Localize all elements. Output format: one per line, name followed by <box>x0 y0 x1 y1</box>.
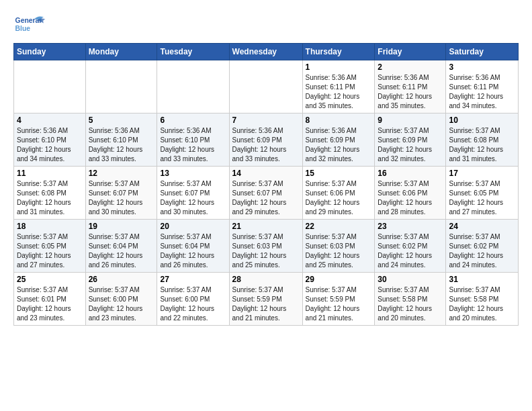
calendar-week-row: 18Sunrise: 5:37 AM Sunset: 6:05 PM Dayli… <box>14 220 519 273</box>
day-info: Sunrise: 5:37 AM Sunset: 6:04 PM Dayligh… <box>89 232 154 270</box>
day-number: 7 <box>232 116 300 125</box>
day-number: 24 <box>449 222 515 231</box>
calendar-cell: 18Sunrise: 5:37 AM Sunset: 6:05 PM Dayli… <box>14 220 86 273</box>
page-header: General Blue <box>13 11 519 38</box>
day-number: 8 <box>306 116 372 125</box>
day-number: 12 <box>89 169 154 178</box>
calendar-cell: 29Sunrise: 5:37 AM Sunset: 5:59 PM Dayli… <box>302 273 375 326</box>
day-number: 17 <box>449 169 515 178</box>
day-info: Sunrise: 5:37 AM Sunset: 6:08 PM Dayligh… <box>17 179 83 217</box>
day-info: Sunrise: 5:36 AM Sunset: 6:10 PM Dayligh… <box>160 126 226 164</box>
calendar-cell: 22Sunrise: 5:37 AM Sunset: 6:03 PM Dayli… <box>302 220 375 273</box>
day-of-week-header: Saturday <box>446 44 519 60</box>
day-of-week-header: Sunday <box>14 44 86 60</box>
day-info: Sunrise: 5:36 AM Sunset: 6:10 PM Dayligh… <box>89 126 154 164</box>
day-info: Sunrise: 5:37 AM Sunset: 6:08 PM Dayligh… <box>449 126 515 164</box>
day-number: 3 <box>449 62 515 72</box>
day-info: Sunrise: 5:37 AM Sunset: 6:07 PM Dayligh… <box>89 179 154 217</box>
day-of-week-header: Friday <box>375 44 446 60</box>
day-info: Sunrise: 5:37 AM Sunset: 6:09 PM Dayligh… <box>378 126 443 164</box>
day-info: Sunrise: 5:37 AM Sunset: 6:02 PM Dayligh… <box>449 232 515 270</box>
calendar-week-row: 25Sunrise: 5:37 AM Sunset: 6:01 PM Dayli… <box>14 273 519 326</box>
calendar-cell <box>157 60 229 113</box>
day-number: 30 <box>378 275 443 284</box>
day-number: 9 <box>378 116 443 125</box>
calendar-cell <box>229 60 302 113</box>
day-number: 10 <box>449 116 515 125</box>
day-number: 19 <box>89 222 154 231</box>
day-number: 14 <box>232 169 300 178</box>
day-info: Sunrise: 5:36 AM Sunset: 6:09 PM Dayligh… <box>232 126 300 164</box>
day-info: Sunrise: 5:37 AM Sunset: 6:00 PM Dayligh… <box>89 285 154 323</box>
day-info: Sunrise: 5:37 AM Sunset: 6:01 PM Dayligh… <box>17 285 83 323</box>
day-number: 1 <box>306 62 372 72</box>
day-info: Sunrise: 5:37 AM Sunset: 6:06 PM Dayligh… <box>378 179 443 217</box>
calendar-header-row: SundayMondayTuesdayWednesdayThursdayFrid… <box>14 44 519 60</box>
day-number: 16 <box>378 169 443 178</box>
calendar-cell: 14Sunrise: 5:37 AM Sunset: 6:07 PM Dayli… <box>229 167 302 220</box>
calendar-cell: 4Sunrise: 5:36 AM Sunset: 6:10 PM Daylig… <box>14 113 86 167</box>
calendar-week-row: 4Sunrise: 5:36 AM Sunset: 6:10 PM Daylig… <box>14 113 519 167</box>
calendar-cell: 21Sunrise: 5:37 AM Sunset: 6:03 PM Dayli… <box>229 220 302 273</box>
day-number: 18 <box>17 222 83 231</box>
day-info: Sunrise: 5:37 AM Sunset: 6:04 PM Dayligh… <box>160 232 226 270</box>
day-number: 23 <box>378 222 443 231</box>
day-number: 31 <box>449 275 515 284</box>
day-of-week-header: Wednesday <box>229 44 302 60</box>
calendar-cell <box>85 60 157 113</box>
day-number: 27 <box>160 275 226 284</box>
calendar-cell: 26Sunrise: 5:37 AM Sunset: 6:00 PM Dayli… <box>85 273 157 326</box>
calendar-cell: 5Sunrise: 5:36 AM Sunset: 6:10 PM Daylig… <box>85 113 157 167</box>
day-number: 28 <box>232 275 300 284</box>
calendar-cell: 9Sunrise: 5:37 AM Sunset: 6:09 PM Daylig… <box>375 113 446 167</box>
day-number: 5 <box>89 116 154 125</box>
calendar-table: SundayMondayTuesdayWednesdayThursdayFrid… <box>13 43 519 326</box>
calendar-cell: 28Sunrise: 5:37 AM Sunset: 5:59 PM Dayli… <box>229 273 302 326</box>
calendar-week-row: 1Sunrise: 5:36 AM Sunset: 6:11 PM Daylig… <box>14 60 519 113</box>
day-number: 11 <box>17 169 83 178</box>
calendar-cell: 27Sunrise: 5:37 AM Sunset: 6:00 PM Dayli… <box>157 273 229 326</box>
day-info: Sunrise: 5:37 AM Sunset: 6:03 PM Dayligh… <box>232 232 300 270</box>
day-info: Sunrise: 5:37 AM Sunset: 6:07 PM Dayligh… <box>232 179 300 217</box>
calendar-cell: 11Sunrise: 5:37 AM Sunset: 6:08 PM Dayli… <box>14 167 86 220</box>
day-info: Sunrise: 5:36 AM Sunset: 6:09 PM Dayligh… <box>306 126 372 164</box>
day-info: Sunrise: 5:37 AM Sunset: 6:03 PM Dayligh… <box>306 232 372 270</box>
day-info: Sunrise: 5:36 AM Sunset: 6:10 PM Dayligh… <box>17 126 83 164</box>
calendar-cell: 15Sunrise: 5:37 AM Sunset: 6:06 PM Dayli… <box>302 167 375 220</box>
day-info: Sunrise: 5:37 AM Sunset: 6:07 PM Dayligh… <box>160 179 226 217</box>
day-info: Sunrise: 5:36 AM Sunset: 6:11 PM Dayligh… <box>378 73 443 111</box>
logo: General Blue <box>13 11 47 38</box>
day-number: 25 <box>17 275 83 284</box>
logo-icon: General Blue <box>13 11 47 38</box>
day-info: Sunrise: 5:36 AM Sunset: 6:11 PM Dayligh… <box>306 73 372 111</box>
calendar-week-row: 11Sunrise: 5:37 AM Sunset: 6:08 PM Dayli… <box>14 167 519 220</box>
calendar-cell: 13Sunrise: 5:37 AM Sunset: 6:07 PM Dayli… <box>157 167 229 220</box>
calendar-cell: 7Sunrise: 5:36 AM Sunset: 6:09 PM Daylig… <box>229 113 302 167</box>
calendar-cell: 19Sunrise: 5:37 AM Sunset: 6:04 PM Dayli… <box>85 220 157 273</box>
day-number: 21 <box>232 222 300 231</box>
day-number: 22 <box>306 222 372 231</box>
day-of-week-header: Tuesday <box>157 44 229 60</box>
day-info: Sunrise: 5:37 AM Sunset: 5:59 PM Dayligh… <box>232 285 300 323</box>
day-number: 6 <box>160 116 226 125</box>
calendar-cell: 16Sunrise: 5:37 AM Sunset: 6:06 PM Dayli… <box>375 167 446 220</box>
day-info: Sunrise: 5:37 AM Sunset: 6:00 PM Dayligh… <box>160 285 226 323</box>
calendar-cell: 31Sunrise: 5:37 AM Sunset: 5:58 PM Dayli… <box>446 273 519 326</box>
calendar-cell: 1Sunrise: 5:36 AM Sunset: 6:11 PM Daylig… <box>302 60 375 113</box>
calendar-cell: 12Sunrise: 5:37 AM Sunset: 6:07 PM Dayli… <box>85 167 157 220</box>
day-number: 15 <box>306 169 372 178</box>
calendar-cell: 17Sunrise: 5:37 AM Sunset: 6:05 PM Dayli… <box>446 167 519 220</box>
calendar-cell: 25Sunrise: 5:37 AM Sunset: 6:01 PM Dayli… <box>14 273 86 326</box>
day-number: 29 <box>306 275 372 284</box>
calendar-cell: 24Sunrise: 5:37 AM Sunset: 6:02 PM Dayli… <box>446 220 519 273</box>
day-info: Sunrise: 5:37 AM Sunset: 5:59 PM Dayligh… <box>306 285 372 323</box>
calendar-cell: 23Sunrise: 5:37 AM Sunset: 6:02 PM Dayli… <box>375 220 446 273</box>
calendar-cell: 10Sunrise: 5:37 AM Sunset: 6:08 PM Dayli… <box>446 113 519 167</box>
day-info: Sunrise: 5:37 AM Sunset: 5:58 PM Dayligh… <box>378 285 443 323</box>
day-of-week-header: Monday <box>85 44 157 60</box>
day-number: 4 <box>17 116 83 125</box>
day-number: 13 <box>160 169 226 178</box>
calendar-cell: 20Sunrise: 5:37 AM Sunset: 6:04 PM Dayli… <box>157 220 229 273</box>
svg-text:Blue: Blue <box>15 25 31 32</box>
day-info: Sunrise: 5:37 AM Sunset: 6:05 PM Dayligh… <box>449 179 515 217</box>
